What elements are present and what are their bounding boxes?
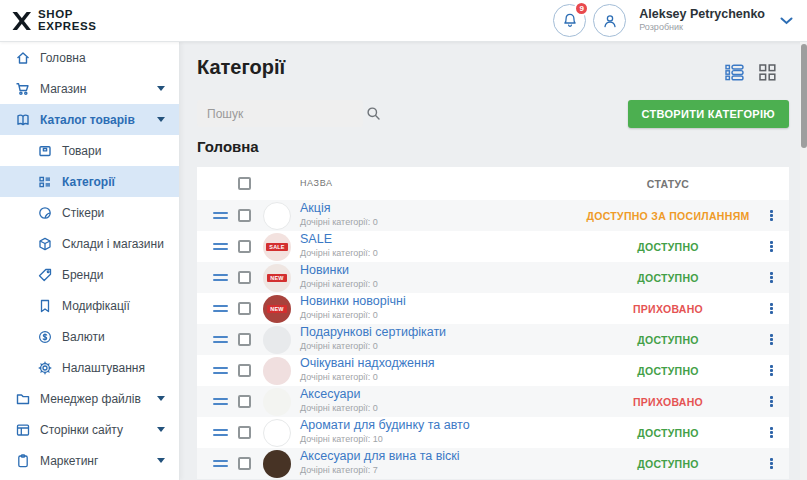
sidebar-item-catalog[interactable]: Каталог товарів	[0, 104, 179, 135]
row-menu-button[interactable]	[753, 365, 789, 376]
drag-handle[interactable]	[213, 398, 228, 405]
brand-logo[interactable]: SHOP EXPRESS	[10, 9, 180, 32]
row-menu-button[interactable]	[753, 334, 789, 345]
row-menu-button[interactable]	[753, 210, 789, 221]
category-thumbnail: SALE	[263, 233, 291, 261]
user-menu-chevron-icon[interactable]	[780, 17, 793, 25]
category-link[interactable]: Акція	[300, 202, 583, 215]
scrollbar-thumb[interactable]	[801, 44, 807, 148]
table-row: NEW Новинки новорічні Дочірні категорії:…	[197, 293, 789, 324]
row-menu-button[interactable]	[753, 303, 789, 314]
row-checkbox[interactable]	[238, 395, 251, 408]
table-header-row: НАЗВА СТАТУС	[197, 167, 789, 200]
sidebar-item-products[interactable]: Товари	[0, 135, 179, 166]
sidebar-item-brands[interactable]: Бренди	[0, 259, 179, 290]
chevron-down-icon	[157, 396, 165, 401]
category-thumbnail	[263, 202, 291, 230]
sidebar-item-site-pages[interactable]: Сторінки сайту	[0, 414, 179, 445]
category-thumbnail	[263, 357, 291, 385]
row-menu-button[interactable]	[753, 241, 789, 252]
row-checkbox[interactable]	[238, 302, 251, 315]
chevron-down-icon	[157, 458, 165, 463]
pages-icon	[14, 422, 31, 438]
category-link[interactable]: Аксесуари	[300, 388, 583, 401]
row-checkbox[interactable]	[238, 364, 251, 377]
drag-handle[interactable]	[213, 212, 228, 219]
row-checkbox[interactable]	[238, 333, 251, 346]
notification-count-badge: 9	[574, 1, 589, 16]
children-count: Дочірні категорії: 0	[300, 278, 583, 291]
category-thumbnail: NEW	[263, 295, 291, 323]
sidebar-item-home[interactable]: Головна	[0, 42, 179, 73]
category-thumbnail	[263, 326, 291, 354]
catalog-book-icon	[14, 112, 31, 128]
cart-icon	[14, 81, 31, 97]
children-count: Дочірні категорії: 0	[300, 216, 583, 229]
row-menu-button[interactable]	[753, 272, 789, 283]
table-row: Подарункові сертифікати Дочірні категорі…	[197, 324, 789, 355]
notifications-button[interactable]: 9	[553, 4, 586, 37]
vertical-scrollbar[interactable]	[800, 42, 807, 480]
brand-x-icon	[10, 10, 32, 32]
brand-line2: EXPRESS	[38, 20, 97, 32]
sidebar-item-modifications[interactable]: Модифікації	[0, 290, 179, 321]
search-input[interactable]	[197, 107, 366, 121]
chevron-down-icon	[157, 427, 165, 432]
sidebar-item-marketing[interactable]: Маркетинг	[0, 445, 179, 476]
search-icon[interactable]	[366, 106, 381, 121]
category-link[interactable]: Новинки	[300, 264, 583, 277]
drag-handle[interactable]	[213, 243, 228, 250]
drag-handle[interactable]	[213, 336, 228, 343]
children-count: Дочірні категорії: 0	[300, 247, 583, 260]
row-checkbox[interactable]	[238, 457, 251, 470]
row-menu-button[interactable]	[753, 396, 789, 407]
package-cube-icon	[36, 236, 53, 252]
row-checkbox[interactable]	[238, 240, 251, 253]
sidebar-item-warehouses[interactable]: Склади і магазини	[0, 228, 179, 259]
children-count: Дочірні категорії: 10	[300, 433, 583, 446]
user-icon	[601, 12, 619, 30]
select-all-checkbox[interactable]	[238, 177, 251, 190]
table-row: SALE SALE Дочірні категорії: 0 ДОСТУПНО	[197, 231, 789, 262]
sidebar-item-stickers[interactable]: Стікери	[0, 197, 179, 228]
drag-handle[interactable]	[213, 429, 228, 436]
drag-handle[interactable]	[213, 367, 228, 374]
grid-view-button[interactable]	[759, 64, 776, 81]
home-icon	[14, 50, 31, 66]
sidebar-item-categories[interactable]: Категорії	[0, 166, 179, 197]
status-label: ДОСТУПНО	[583, 365, 753, 377]
category-link[interactable]: Аромати для будинку та авто	[300, 419, 583, 432]
table-row: Аксесуари Дочірні категорії: 0 ПРИХОВАНО	[197, 386, 789, 417]
status-label: ДОСТУПНО	[583, 272, 753, 284]
category-thumbnail	[263, 450, 291, 478]
row-checkbox[interactable]	[238, 209, 251, 222]
row-checkbox[interactable]	[238, 271, 251, 284]
clipboard-icon	[14, 453, 31, 469]
drag-handle[interactable]	[213, 274, 228, 281]
status-label: ПРИХОВАНО	[583, 396, 753, 408]
sidebar: Головна Магазин Каталог товарів Товари	[0, 42, 180, 480]
sidebar-item-shop[interactable]: Магазин	[0, 73, 179, 104]
children-count: Дочірні категорії: 0	[300, 340, 583, 353]
category-link[interactable]: SALE	[300, 233, 583, 246]
category-link[interactable]: Новинки новорічні	[300, 295, 583, 308]
sidebar-item-file-manager[interactable]: Менеджер файлів	[0, 383, 179, 414]
row-checkbox[interactable]	[238, 426, 251, 439]
drag-handle[interactable]	[213, 305, 228, 312]
list-view-button[interactable]	[725, 64, 744, 81]
category-link[interactable]: Очікувані надходження	[300, 357, 583, 370]
sidebar-item-settings[interactable]: Налаштування	[0, 352, 179, 383]
drag-handle[interactable]	[213, 460, 228, 467]
sidebar-item-currencies[interactable]: Валюти	[0, 321, 179, 352]
create-category-button[interactable]: СТВОРИТИ КАТЕГОРІЮ	[628, 100, 790, 128]
thumbnail-badge: SALE	[266, 243, 287, 251]
topbar: SHOP EXPRESS 9 Aleksey Petrychenko	[0, 0, 807, 42]
category-link[interactable]: Аксесуари для вина та віскі	[300, 450, 583, 463]
column-header-status: СТАТУС	[583, 178, 753, 190]
avatar[interactable]	[593, 4, 626, 37]
category-link[interactable]: Подарункові сертифікати	[300, 326, 583, 339]
children-count: Дочірні категорії: 0	[300, 371, 583, 384]
row-menu-button[interactable]	[753, 458, 789, 469]
category-thumbnail	[263, 419, 291, 447]
row-menu-button[interactable]	[753, 427, 789, 438]
